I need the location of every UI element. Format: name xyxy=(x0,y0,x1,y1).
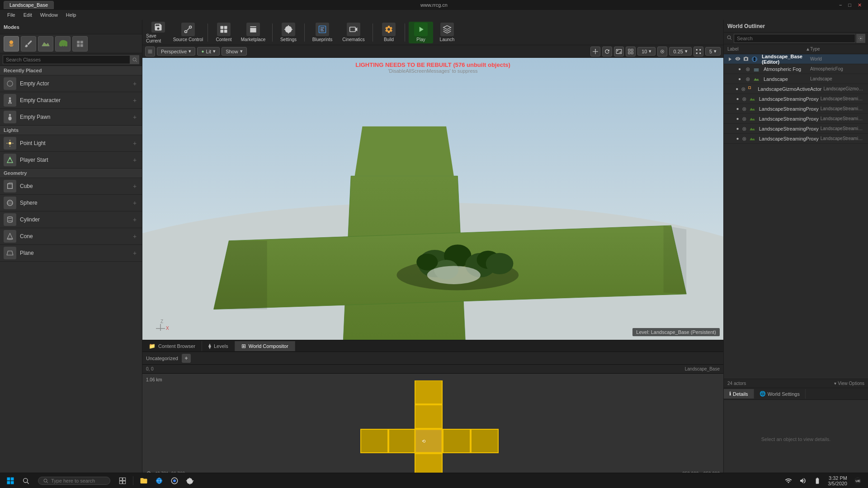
tab-world-settings[interactable]: 🌐 World Settings xyxy=(754,389,806,399)
settings-button[interactable]: Settings xyxy=(276,22,301,43)
list-item[interactable]: Sphere + xyxy=(0,195,142,211)
outliner-item[interactable]: ● ◎ LandscapeStreamingProxy LandscapeStr… xyxy=(724,124,868,134)
category-lights[interactable]: Lights xyxy=(0,126,142,135)
task-search-button[interactable] xyxy=(19,474,33,487)
landscape-mode-icon[interactable] xyxy=(38,36,53,52)
camera-icon[interactable]: ◎ xyxy=(742,116,747,121)
camera-icon[interactable]: ◎ xyxy=(741,86,746,91)
view-options-button[interactable]: ▾ View Options xyxy=(834,381,864,386)
list-item[interactable]: Plane + xyxy=(0,245,142,262)
battery-icon[interactable] xyxy=(811,475,823,487)
wc-canvas[interactable]: 0, 0 Landscape_Base 1.06 km ⟲ xyxy=(142,365,723,478)
menu-file[interactable]: File xyxy=(4,11,19,19)
category-recently-placed[interactable]: Recently Placed xyxy=(0,66,142,75)
scale-snap-dropdown[interactable]: 5 ▾ xyxy=(705,47,721,56)
sphere-add[interactable]: + xyxy=(131,199,138,206)
visibility-icon[interactable]: ● xyxy=(736,66,743,71)
tab-details[interactable]: ℹ Details xyxy=(724,389,754,399)
scale-snap-icon[interactable] xyxy=(693,47,703,56)
outliner-settings-icon[interactable] xyxy=(856,34,865,43)
list-item[interactable]: Empty Character + xyxy=(0,92,142,109)
menu-window[interactable]: Window xyxy=(37,11,61,19)
visibility-icon[interactable]: ● xyxy=(735,86,740,91)
viewport-3d[interactable]: LIGHTING NEEDS TO BE REBUILT (576 unbuil… xyxy=(142,58,723,340)
list-item[interactable]: Cylinder + xyxy=(0,211,142,228)
rotate-icon[interactable] xyxy=(602,47,612,56)
menu-help[interactable]: Help xyxy=(62,11,80,19)
visibility-icon[interactable]: ● xyxy=(735,126,740,131)
scale-icon[interactable] xyxy=(614,47,624,56)
maximize-button[interactable]: □ xyxy=(845,2,854,8)
visibility-icon[interactable]: ● xyxy=(736,76,743,81)
visibility-icon[interactable]: ● xyxy=(735,96,740,101)
taskbar-settings[interactable] xyxy=(183,474,197,487)
taskbar-search-input[interactable] xyxy=(51,478,105,483)
tab-content-browser[interactable]: 📁 Content Browser xyxy=(142,341,202,351)
player-start-add[interactable]: + xyxy=(131,156,138,164)
visibility-icon[interactable]: ● xyxy=(735,136,740,141)
source-control-button[interactable]: Source Control xyxy=(172,22,204,43)
list-item[interactable]: Point Light + xyxy=(0,135,142,152)
minimize-button[interactable]: − xyxy=(836,2,844,8)
camera-icon[interactable]: ◎ xyxy=(745,66,751,71)
perspective-dropdown[interactable]: Perspective ▾ xyxy=(157,47,195,56)
cone-add[interactable]: + xyxy=(131,233,138,240)
close-button[interactable]: ✕ xyxy=(855,2,864,8)
ue4-taskbar-icon[interactable]: UE xyxy=(851,474,864,487)
plane-add[interactable]: + xyxy=(131,249,138,257)
build-button[interactable]: Build xyxy=(377,22,401,43)
visibility-icon[interactable] xyxy=(735,56,741,62)
list-item[interactable]: Empty Actor + xyxy=(0,75,142,92)
outliner-item[interactable]: ● ◎ LandscapeStreamingProxy LandscapeStr… xyxy=(724,94,868,104)
camera-icon[interactable] xyxy=(743,56,749,62)
foliage-mode-icon[interactable] xyxy=(55,36,71,52)
show-dropdown[interactable]: Show ▾ xyxy=(222,47,247,56)
snap-icon[interactable] xyxy=(657,47,667,56)
volume-icon[interactable] xyxy=(797,475,809,487)
viewport-options-button[interactable] xyxy=(145,47,155,56)
tab-levels[interactable]: ⧫ Levels xyxy=(202,341,235,351)
paint-mode-icon[interactable] xyxy=(21,36,36,52)
outliner-item[interactable]: ● ◎ Atmospheric Fog AtmosphericFog xyxy=(724,64,868,74)
category-geometry[interactable]: Geometry xyxy=(0,169,142,178)
point-light-add[interactable]: + xyxy=(131,140,138,147)
visibility-icon[interactable]: ● xyxy=(735,116,740,121)
marketplace-button[interactable]: Marketplace xyxy=(238,22,269,43)
taskbar-chrome[interactable] xyxy=(168,474,181,487)
snap-value-dropdown[interactable]: 0.25 ▾ xyxy=(669,47,691,56)
add-level-button[interactable]: + xyxy=(182,354,191,363)
list-item[interactable]: Cone + xyxy=(0,228,142,245)
sort-icon[interactable]: ▲ xyxy=(806,47,810,52)
camera-icon[interactable]: ◎ xyxy=(742,96,747,101)
titlebar-tab[interactable]: Landscape_Base xyxy=(4,1,54,9)
outliner-item[interactable]: ● ◎ LandscapeStreamingProxy LandscapeStr… xyxy=(724,134,868,144)
cylinder-add[interactable]: + xyxy=(131,216,138,223)
save-current-button[interactable]: Save Current xyxy=(146,22,170,43)
outliner-item[interactable]: ● ◎ LandscapeStreamingProxy LandscapeStr… xyxy=(724,104,868,114)
camera-icon[interactable]: ◎ xyxy=(742,126,747,131)
empty-pawn-add[interactable]: + xyxy=(131,113,138,121)
geometry-mode-icon[interactable] xyxy=(72,36,88,52)
taskbar-explorer[interactable] xyxy=(137,474,151,487)
cinematics-button[interactable]: Cinematics xyxy=(338,22,369,43)
windows-start-button[interactable] xyxy=(4,474,17,487)
outliner-item[interactable]: Landscape_Base (Editor) World xyxy=(724,54,868,64)
tab-world-compositor[interactable]: ⊞ World Compositor xyxy=(235,341,295,351)
outliner-search-input[interactable] xyxy=(734,34,855,43)
grid-size-dropdown[interactable]: 10 ▾ xyxy=(637,47,656,56)
camera-icon[interactable]: ◎ xyxy=(742,106,747,111)
play-button[interactable]: Play xyxy=(409,22,433,43)
lit-dropdown[interactable]: ● Lit ▾ xyxy=(197,47,220,56)
task-view-button[interactable] xyxy=(116,474,129,487)
content-button[interactable]: Content xyxy=(212,22,236,43)
camera-icon[interactable]: ◎ xyxy=(745,76,751,81)
outliner-item[interactable]: ● ◎ Landscape Landscape xyxy=(724,74,868,84)
search-classes-input[interactable] xyxy=(3,55,130,64)
taskbar-browser[interactable] xyxy=(152,474,166,487)
search-classes-button[interactable] xyxy=(130,55,139,64)
launch-button[interactable]: Launch xyxy=(435,22,459,43)
cube-add[interactable]: + xyxy=(131,183,138,190)
grid-toggle[interactable] xyxy=(626,47,636,56)
empty-actor-add[interactable]: + xyxy=(131,80,138,87)
blueprints-button[interactable]: Blueprints xyxy=(308,22,336,43)
